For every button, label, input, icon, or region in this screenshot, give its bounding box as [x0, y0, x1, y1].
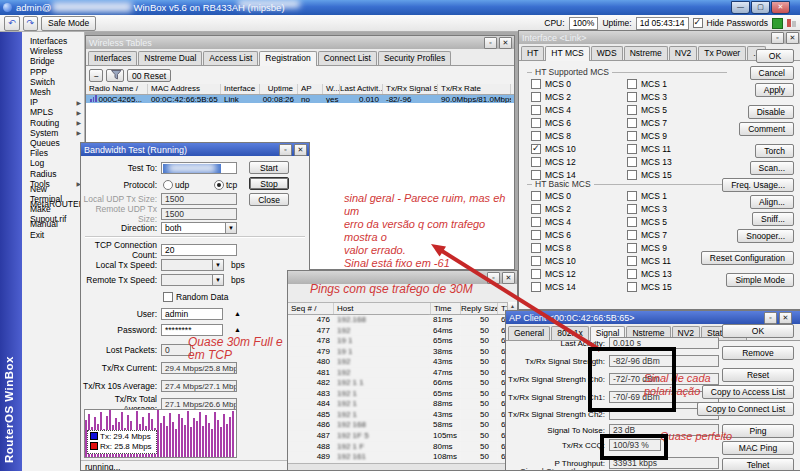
ping-row[interactable]: 47919 138ms506 [288, 347, 517, 358]
cancel-button[interactable]: Cancel [750, 66, 794, 80]
ping-horizontal-scrollbar[interactable] [288, 463, 517, 470]
supported-mcs-5-checkbox[interactable] [627, 105, 637, 115]
align-button[interactable]: Align... [750, 195, 794, 209]
comment-button[interactable]: Comment [739, 122, 794, 136]
tab-access-list[interactable]: Access List [203, 51, 258, 65]
minimize-icon[interactable]: — [731, 1, 750, 14]
sidebar-item-ip[interactable]: IP▶ [22, 97, 84, 107]
ok-button[interactable]: OK [756, 49, 794, 63]
tab-ht-mcs[interactable]: HT MCS [545, 46, 589, 61]
ping-column-time[interactable]: Time [431, 303, 461, 314]
filter-button[interactable] [106, 69, 124, 82]
basic-mcs-11-checkbox[interactable] [627, 256, 637, 266]
simple-mode-button[interactable]: Simple Mode [726, 273, 794, 287]
basic-mcs-9-checkbox[interactable] [627, 243, 637, 253]
password-input[interactable]: ******** [161, 324, 223, 336]
torch-button[interactable]: Torch [755, 144, 794, 158]
ping-row[interactable]: 487192 1F 5105ms506 [288, 431, 517, 442]
telnet-button[interactable]: Telnet [722, 458, 794, 471]
basic-mcs-5-checkbox[interactable] [627, 217, 637, 227]
sidebar-item-new-terminal[interactable]: New Terminal [22, 189, 84, 199]
ping-titlebar[interactable]: ▫ ✕ [288, 271, 517, 284]
supported-mcs-3-checkbox[interactable] [627, 92, 637, 102]
ping-row[interactable]: 47819 165ms506 [288, 336, 517, 347]
supported-mcs-12-checkbox[interactable] [531, 157, 541, 167]
tab-interfaces[interactable]: Interfaces [88, 51, 137, 65]
ping-row[interactable]: 47719264ms506 [288, 326, 517, 337]
dropdown-arrow-icon[interactable]: ▼ [213, 259, 224, 271]
supported-mcs-9-checkbox[interactable] [627, 131, 637, 141]
supported-mcs-11-checkbox[interactable] [627, 144, 637, 154]
basic-mcs-13-checkbox[interactable] [627, 269, 637, 279]
supported-mcs-1-checkbox[interactable] [627, 79, 637, 89]
column-header-ap[interactable]: AP [298, 84, 323, 94]
up-arrow-icon[interactable]: ▲ [234, 310, 241, 317]
ping-row[interactable]: 483192 165ms506 [288, 389, 517, 400]
wireless-tables-titlebar[interactable]: Wireless Tables ▫ ✕ [86, 36, 514, 49]
close-icon[interactable]: ✕ [786, 32, 799, 44]
tab-ht[interactable]: HT [521, 46, 544, 60]
sniff-button[interactable]: Sniff... [752, 212, 794, 226]
mac-ping-button[interactable]: MAC Ping [722, 441, 794, 455]
tcp-connection-count-input[interactable]: 20 [161, 244, 237, 256]
close-icon[interactable]: ✕ [294, 144, 307, 156]
sidebar-item-log[interactable]: Log [22, 158, 84, 168]
remote-tx-speed-input[interactable] [161, 274, 213, 286]
sidebar-item-mpls[interactable]: MPLS▶ [22, 107, 84, 117]
reset-button[interactable]: 00 Reset [127, 69, 171, 82]
ok-button[interactable]: OK [722, 324, 794, 338]
sidebar-item-routing[interactable]: Routing▶ [22, 118, 84, 128]
basic-mcs-3-checkbox[interactable] [627, 204, 637, 214]
bandwidth-titlebar[interactable]: Bandwidth Test (Running) ▫ ✕ [81, 143, 309, 156]
hide-passwords-checkbox[interactable] [693, 18, 703, 28]
ping-row[interactable]: 484192 188ms506 [288, 399, 517, 410]
sidebar-item-interfaces[interactable]: Interfaces [22, 36, 84, 46]
column-header-w[interactable]: W... [323, 84, 340, 94]
local-tx-speed-input[interactable] [161, 259, 213, 271]
tab-registration[interactable]: Registration [259, 51, 316, 66]
tab-nv2[interactable]: NV2 [669, 46, 698, 60]
protocol-tcp-radio[interactable] [214, 180, 224, 190]
maximize-icon[interactable]: ▢ [751, 1, 770, 14]
sidebar-item-ppp[interactable]: PPP [22, 67, 84, 77]
column-header-mac-address[interactable]: MAC Address [148, 84, 221, 94]
remove-entry-button[interactable]: − [89, 69, 103, 82]
close-icon[interactable]: ✕ [771, 1, 790, 14]
ping-column-reply-size[interactable]: Reply Size [461, 303, 498, 314]
ping-column-host[interactable]: Host [334, 303, 431, 314]
ping-row[interactable]: 486192 16858ms506 [288, 420, 517, 431]
ap-client-titlebar[interactable]: AP Client <00:0C:42:66:5B:65> ▫ ✕ [506, 311, 800, 324]
disable-button[interactable]: Disable [748, 105, 794, 119]
tab-nstreme-dual[interactable]: Nstreme Dual [138, 51, 202, 65]
basic-mcs-7-checkbox[interactable] [627, 230, 637, 240]
supported-mcs-2-checkbox[interactable] [531, 92, 541, 102]
ping-row[interactable]: 476192.16881ms506 [288, 315, 517, 326]
tab-nstreme[interactable]: Nstreme [624, 46, 668, 60]
ping-row[interactable]: 48019243ms506 [288, 357, 517, 368]
redo-button[interactable]: ↷ [23, 16, 39, 31]
basic-mcs-15-checkbox[interactable] [627, 282, 637, 292]
copy-to-access-list-button[interactable]: Copy to Access List [702, 385, 794, 399]
copy-to-connect-list-button[interactable]: Copy to Connect List [697, 402, 794, 416]
sidebar-item-wireless[interactable]: Wireless [22, 46, 84, 56]
restore-icon[interactable]: ▫ [764, 312, 777, 324]
protocol-udp-radio[interactable] [163, 180, 173, 190]
random-data-checkbox[interactable] [163, 292, 173, 302]
column-header-radio-name[interactable]: Radio Name / [86, 84, 148, 94]
basic-mcs-0-checkbox[interactable] [531, 191, 541, 201]
apply-button[interactable]: Apply [755, 83, 794, 97]
sidebar-item-files[interactable]: Files [22, 148, 84, 158]
user-input[interactable]: admin [161, 308, 223, 320]
sidebar-item-exit[interactable]: Exit [22, 230, 84, 240]
basic-mcs-10-checkbox[interactable] [531, 256, 541, 266]
sidebar-item-mesh[interactable]: Mesh [22, 87, 84, 97]
interface-titlebar[interactable]: Interface <Link> ▫ ✕ [519, 31, 800, 44]
reset-button[interactable]: Reset [722, 368, 794, 382]
column-header-uptime[interactable]: Uptime [260, 84, 298, 94]
basic-mcs-4-checkbox[interactable] [531, 217, 541, 227]
scan-button[interactable]: Scan... [750, 161, 794, 175]
ping-row[interactable]: 482192 1 166ms506 [288, 378, 517, 389]
up-arrow-icon[interactable]: ▲ [234, 326, 241, 333]
safe-mode-button[interactable]: Safe Mode [41, 16, 96, 31]
column-header-interface[interactable]: Interface [221, 84, 260, 94]
